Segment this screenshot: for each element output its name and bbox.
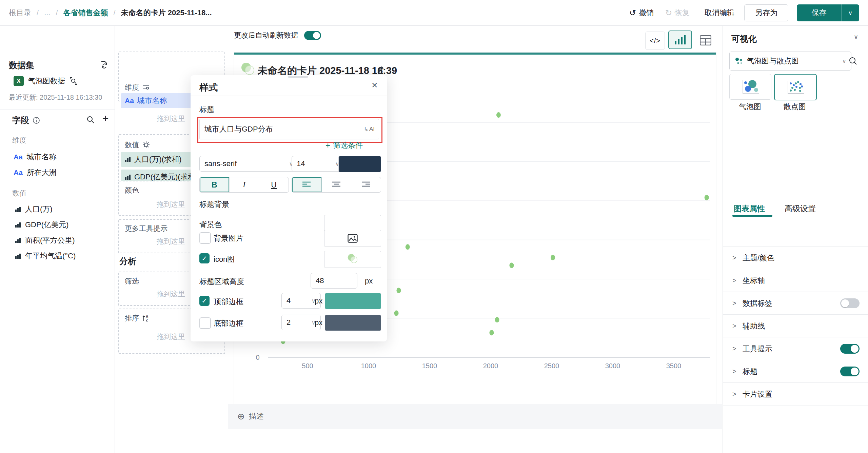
- add-description-button[interactable]: ⊕ 描述: [237, 404, 264, 429]
- px-suffix: px: [365, 277, 373, 285]
- save-split-button: 保存 ∨: [797, 4, 859, 21]
- chart-family-value: 气泡图与散点图: [747, 56, 799, 66]
- redo-label: 恢复: [675, 8, 690, 18]
- chevron-down-icon: ∨: [842, 58, 846, 65]
- plus-icon: +: [102, 112, 109, 125]
- modal-drag-handle[interactable]: [288, 76, 308, 78]
- modal-header-divider: [191, 96, 387, 96]
- tooltip-toggle[interactable]: [840, 344, 860, 354]
- chevron-right-icon: >: [732, 390, 739, 398]
- bg-color-swatch[interactable]: [324, 215, 381, 232]
- ai-glyph: AI: [369, 126, 375, 133]
- top-border-checkbox[interactable]: ✓: [199, 296, 210, 306]
- undo-button[interactable]: ↺ 撤销: [629, 0, 654, 25]
- icon-checkbox[interactable]: ✓: [199, 253, 210, 263]
- field-item-measure[interactable]: GDP(亿美元): [15, 220, 68, 230]
- top-border-color-swatch[interactable]: [325, 293, 381, 309]
- dataset-item[interactable]: X 气泡图数据: [14, 76, 78, 86]
- underline-button[interactable]: U: [259, 177, 289, 192]
- chart-type-bubble[interactable]: [729, 74, 771, 100]
- bg-color-label: 背景色: [199, 220, 222, 230]
- align-center-button[interactable]: [322, 177, 352, 192]
- italic-button[interactable]: I: [230, 177, 259, 192]
- chevron-right-icon: >: [732, 322, 739, 330]
- section-theme-color[interactable]: > 主题/颜色: [723, 246, 868, 269]
- chevron-right-icon: >: [732, 254, 739, 262]
- fields-title: 字段: [12, 115, 29, 126]
- save-as-button[interactable]: 另存为: [744, 4, 788, 21]
- search-chart-type-icon[interactable]: [848, 56, 859, 66]
- bg-image-checkbox[interactable]: [199, 232, 211, 244]
- search-fields-icon[interactable]: [85, 115, 96, 125]
- breadcrumb-root[interactable]: 根目录: [9, 8, 31, 18]
- section-axes[interactable]: > 坐标轴: [723, 269, 868, 292]
- section-reference-line[interactable]: > 辅助线: [723, 314, 868, 337]
- field-item-measure[interactable]: 人口(万): [15, 204, 53, 214]
- data-labels-toggle[interactable]: [840, 298, 860, 308]
- redo-button[interactable]: ↻ 恢复: [665, 0, 690, 25]
- bottom-border-checkbox[interactable]: [199, 317, 211, 329]
- dataset-name: 气泡图数据: [28, 76, 65, 86]
- font-color-swatch[interactable]: [338, 156, 381, 172]
- add-field-icon[interactable]: +: [100, 113, 111, 123]
- bar-chart-field-icon: [15, 206, 21, 212]
- breadcrumb-folder[interactable]: 各省销售金额: [63, 8, 108, 18]
- title-toggle[interactable]: [840, 367, 860, 376]
- field-item-dimension[interactable]: Aa 城市名称: [14, 152, 57, 162]
- refresh-dataset-icon[interactable]: [99, 59, 110, 70]
- align-right-button[interactable]: [351, 177, 381, 192]
- pill-label: 人口(万)(求和): [134, 154, 181, 164]
- align-left-icon: [302, 181, 311, 188]
- field-item-measure[interactable]: 年平均气温(°C): [15, 251, 76, 261]
- bar-chart-field-icon: [15, 237, 21, 243]
- top-border-width-value: 4: [287, 296, 291, 305]
- breadcrumb-separator: /: [37, 8, 39, 17]
- title-height-input[interactable]: 48: [311, 273, 357, 289]
- section-card-settings[interactable]: > 卡片设置: [723, 382, 868, 406]
- bold-button[interactable]: B: [200, 177, 230, 192]
- save-button[interactable]: 保存: [797, 4, 841, 21]
- gear-icon[interactable]: [142, 141, 150, 149]
- icon-picker[interactable]: [324, 251, 381, 268]
- section-title[interactable]: > 标题: [723, 360, 868, 383]
- add-filter-condition-button[interactable]: + 筛选条件: [326, 140, 363, 151]
- field-item-dimension[interactable]: Aa 所在大洲: [14, 168, 57, 178]
- auto-refresh-toggle[interactable]: [304, 31, 321, 40]
- save-dropdown-button[interactable]: ∨: [841, 4, 859, 21]
- bottom-border-color-swatch[interactable]: [325, 315, 381, 331]
- tab-chart-properties[interactable]: 图表属性: [734, 203, 765, 214]
- section-data-labels[interactable]: > 数据标签: [723, 292, 868, 315]
- code-view-button[interactable]: </>: [645, 32, 665, 50]
- icon-label: icon图: [214, 254, 235, 264]
- close-icon[interactable]: ×: [372, 79, 378, 91]
- breadcrumb-ellipsis[interactable]: ...: [44, 8, 50, 17]
- title-input[interactable]: [200, 125, 364, 134]
- table-view-button[interactable]: [696, 32, 715, 49]
- cancel-edit-button[interactable]: 取消编辑: [705, 0, 734, 25]
- edit-title-icon[interactable]: [376, 65, 387, 76]
- bg-image-picker[interactable]: [324, 230, 381, 247]
- chart-type-bubble-label: 气泡图: [729, 102, 771, 112]
- tab-advanced-settings[interactable]: 高级设置: [785, 203, 816, 214]
- preview-dataset-icon[interactable]: [69, 77, 78, 85]
- chart-family-select[interactable]: 气泡图与散点图 ∨: [729, 52, 851, 71]
- font-size-select[interactable]: 14 ∨: [292, 156, 344, 172]
- section-label: 辅助线: [743, 321, 765, 331]
- chart-type-scatter[interactable]: [774, 74, 817, 100]
- field-item-measure[interactable]: 面积(平方公里): [15, 235, 75, 245]
- collapse-panel-icon[interactable]: ∨: [854, 33, 858, 41]
- dimension-zone-label: 维度: [125, 83, 139, 92]
- viz-title: 可视化: [731, 33, 757, 44]
- section-tooltip[interactable]: > 工具提示: [723, 337, 868, 360]
- font-family-select[interactable]: sans-serif ∨: [199, 156, 298, 172]
- px-suffix: px: [315, 297, 322, 306]
- save-label: 保存: [812, 8, 827, 18]
- auto-refresh-row: 更改后自动刷新数据: [234, 31, 321, 40]
- bar-chart-field-icon: [125, 174, 131, 180]
- ai-translate-icon[interactable]: ↳AI: [364, 126, 375, 133]
- align-left-button[interactable]: [292, 177, 322, 192]
- svg-text:A: A: [146, 315, 148, 318]
- info-icon: [33, 117, 40, 124]
- chart-view-button[interactable]: [668, 31, 692, 49]
- dataset-panel: 数据集 X 气泡图数据 最近更新: 2025-11-18 16:13:30 字段…: [0, 26, 115, 453]
